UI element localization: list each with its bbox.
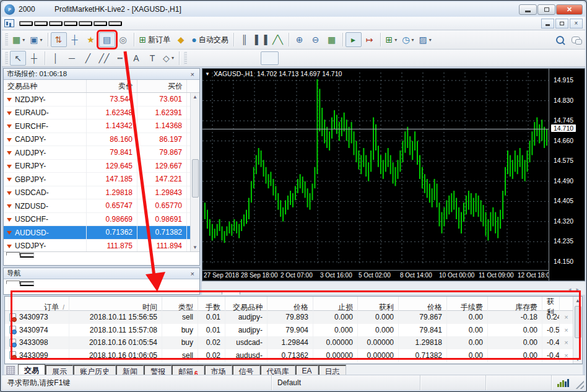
scroll-down-icon[interactable]: ▼	[193, 245, 198, 250]
market-watch-row[interactable]: EURJPY- 129.645 129.667	[4, 160, 190, 173]
search-button[interactable]	[552, 32, 568, 47]
data-window-button[interactable]: ┼	[67, 32, 83, 47]
chart-collapse-icon[interactable]: ▼	[205, 71, 210, 77]
chart-plot[interactable]: ▼ XAGUSD-,H1 14.702 14.713 14.697 14.710…	[202, 69, 549, 281]
line-chart-type-button[interactable]: ╱╲	[270, 32, 286, 47]
scroll-up-icon[interactable]: ▲	[575, 298, 580, 303]
timeframe-MN[interactable]	[333, 51, 350, 65]
strategy-tester-button[interactable]: ◎	[115, 32, 131, 47]
close-order-icon[interactable]: ×	[560, 324, 573, 337]
tab-favorites[interactable]	[20, 281, 34, 286]
metaeditor-button[interactable]: ◆	[173, 32, 189, 47]
child-restore-button[interactable]	[555, 19, 568, 28]
column-bid[interactable]: 卖价	[87, 80, 137, 92]
toolbar-grip-2[interactable]	[5, 52, 8, 64]
auto-scroll-button[interactable]: ▸	[346, 32, 362, 47]
autotrading-button[interactable]: ● 自动交易	[189, 32, 230, 47]
order-row[interactable]: 3430974 2018.10.11 15:57:08 buy 0.01 aud…	[5, 324, 573, 337]
text-tool-button[interactable]: A	[128, 51, 144, 66]
bar-chart-type-button[interactable]: ║	[237, 32, 253, 47]
timeframe-W1[interactable]	[315, 51, 333, 65]
chart-tab-usdcnh-h1[interactable]	[203, 291, 222, 295]
order-row[interactable]: 3433098 2018.10.16 01:05:54 buy 0.02 usd…	[5, 336, 573, 349]
menu-window[interactable]	[93, 21, 107, 26]
close-order-icon[interactable]: ×	[560, 349, 573, 362]
close-button[interactable]: ✕	[556, 4, 583, 15]
timeframe-H4[interactable]	[279, 51, 297, 65]
terminal-toggle-button[interactable]: ▤	[99, 32, 115, 47]
market-watch-row[interactable]: USDCHF- 0.98669 0.98691	[4, 213, 190, 227]
scrollbar-thumb[interactable]	[192, 159, 199, 198]
chart-shift-button[interactable]: ↦	[362, 32, 378, 47]
connection-status-icon[interactable]	[557, 378, 572, 387]
market-watch-toggle-button[interactable]: ⇅	[51, 32, 67, 47]
close-order-icon[interactable]: ×	[560, 336, 573, 349]
timeframe-D1[interactable]	[297, 51, 315, 65]
market-watch-row[interactable]: NZDUSD- 0.65747 0.65770	[4, 199, 190, 213]
profiles-button[interactable]: ▣ ▾	[27, 32, 45, 47]
resize-grip[interactable]	[574, 379, 584, 389]
time-axis[interactable]: 27 Sep 201828 Sep 18:002 Oct 07:003 Oct …	[202, 270, 549, 281]
chat-button[interactable]	[568, 32, 584, 47]
label-tool-button[interactable]: T	[144, 51, 160, 66]
menu-charts[interactable]	[64, 21, 77, 26]
timeframe-M30[interactable]	[243, 51, 261, 65]
tab-tick-chart[interactable]	[20, 253, 34, 258]
order-row[interactable]: 3430973 2018.10.11 15:56:55 sell 0.01 au…	[5, 311, 573, 324]
menu-tools[interactable]	[79, 21, 92, 26]
crosshair-tool-button[interactable]: ┼	[26, 51, 42, 66]
price-axis[interactable]: 14.91514.83014.74514.66014.57514.49014.4…	[549, 69, 585, 281]
market-watch-row[interactable]: USDJPY- 111.875 111.894	[4, 240, 190, 252]
tab-symbols[interactable]	[6, 252, 20, 256]
timeframe-H1[interactable]	[261, 51, 279, 65]
market-watch-row[interactable]: CADJPY- 86.160 86.197	[4, 133, 190, 147]
menu-file[interactable]	[19, 21, 33, 26]
tab-common[interactable]	[6, 281, 20, 284]
market-watch-row[interactable]: EURAUD- 1.62348 1.62391	[4, 107, 190, 120]
timeframe-M15[interactable]	[225, 51, 243, 65]
market-watch-row[interactable]: NZDJPY- 73.544 73.601	[4, 93, 190, 107]
templates-button[interactable]: ▨ ▾	[417, 32, 434, 47]
chart-tabs-scroll-right-icon[interactable]: ▸	[576, 286, 579, 292]
market-watch-scrollbar[interactable]: ▲ ▼	[190, 93, 199, 251]
tile-windows-button[interactable]: ▦	[324, 32, 340, 47]
chart-menu-icon[interactable]	[4, 19, 14, 27]
indicators-button[interactable]: ⊞ ▾	[383, 32, 400, 47]
panel-grip-icon[interactable]	[6, 366, 15, 375]
terminal-scrollbar[interactable]: ▲ ▼	[573, 297, 582, 364]
status-profile[interactable]: Default	[272, 375, 420, 390]
child-minimize-button[interactable]	[541, 19, 554, 28]
fibonacci-tool-button[interactable]: ┅	[112, 51, 128, 66]
menu-help[interactable]	[108, 21, 122, 26]
navigator-toggle-button[interactable]: ★	[83, 32, 99, 47]
market-watch-row[interactable]: EURCHF- 1.14342 1.14368	[4, 120, 190, 133]
toolbar-grip[interactable]	[5, 33, 8, 46]
market-watch-row[interactable]: AUDUSD- 0.71362 0.71382	[4, 226, 190, 240]
timeframe-M1[interactable]	[189, 51, 207, 65]
menu-insert[interactable]	[49, 21, 63, 26]
timeframe-M5[interactable]	[207, 51, 225, 65]
minimize-button[interactable]	[519, 4, 537, 15]
timeframe-toolbar-grip[interactable]	[184, 52, 187, 64]
column-ask[interactable]: 买价	[137, 80, 187, 92]
chart-tab-xagusd-h1[interactable]	[222, 291, 240, 295]
menu-view[interactable]	[34, 21, 48, 26]
channel-tool-button[interactable]: ╱╱	[96, 51, 112, 66]
candlestick-type-button[interactable]: ▌▐	[253, 32, 270, 47]
navigator-close-icon[interactable]: ×	[189, 270, 196, 277]
restore-button[interactable]	[537, 4, 555, 15]
column-symbol[interactable]: 交易品种	[4, 80, 87, 92]
trendline-tool-button[interactable]: ╱	[80, 51, 96, 66]
chart-tabs-scroll-left-icon[interactable]: ◂	[568, 286, 572, 292]
new-order-button[interactable]: ⊞ 新订单	[137, 32, 173, 47]
market-watch-row[interactable]: USDCAD- 1.29818 1.29843	[4, 186, 190, 200]
scroll-up-icon[interactable]: ▲	[193, 94, 198, 100]
market-watch-row[interactable]: AUDJPY- 79.841 79.867	[4, 146, 190, 160]
market-watch-row[interactable]: GBPJPY- 147.185 147.221	[4, 173, 190, 186]
shapes-tool-button[interactable]: ◇ ▾	[160, 51, 176, 66]
cursor-tool-button[interactable]: ↖	[10, 51, 26, 66]
zoom-in-button[interactable]: ⊕	[292, 32, 308, 47]
market-watch-close-icon[interactable]: ×	[189, 71, 196, 78]
scroll-down-icon[interactable]: ▼	[575, 357, 580, 362]
vertical-line-tool-button[interactable]: │	[48, 51, 64, 66]
